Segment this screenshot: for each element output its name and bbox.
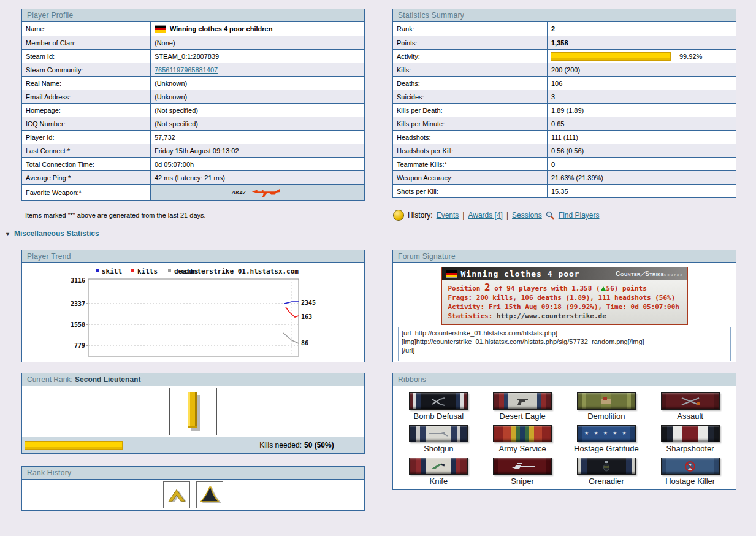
pistol-icon: [516, 397, 529, 405]
chart-title: counterstrike_01.hlstatsx.com: [181, 267, 299, 275]
row-value: 3: [548, 90, 736, 103]
row-label: Steam Id:: [22, 50, 151, 63]
ribbon-label: Bomb Defusal: [414, 412, 464, 421]
legend-skill: skill: [102, 267, 122, 275]
ribbon-label: Sniper: [511, 477, 534, 486]
bbcode-textarea[interactable]: [url=http://counterstrike_01.hlstatsx.co…: [398, 327, 731, 361]
row-label: Suicides:: [393, 90, 548, 103]
ytick-0: 3116: [71, 277, 85, 284]
row-label: Weapon Accuracy:: [393, 171, 548, 184]
signature-body: Position 2 of 94 players with 1,358 (56)…: [442, 280, 687, 324]
find-players-link[interactable]: Find Players: [559, 211, 600, 220]
row-value: (Unknown): [151, 77, 364, 90]
row-label: Member of Clan:: [22, 36, 151, 49]
row-label: Kills per Death:: [393, 104, 548, 117]
ribbon-cell: Sharpshooter: [648, 425, 732, 453]
stat-row: Teammate Kills:*0: [393, 157, 736, 170]
row-label: Total Connection Time:: [22, 158, 151, 170]
rank-progress-bar: [25, 441, 123, 450]
history-label: History:: [408, 211, 433, 220]
ribbon-label: Hostage Killer: [665, 477, 715, 486]
history-bar: History: Events | Awards [4] | Sessions …: [393, 210, 600, 221]
profile-row: Favorite Weapon:*AK47: [22, 184, 364, 200]
row-label: Last Connect:*: [22, 144, 151, 157]
rank-history-title: Rank History: [22, 467, 364, 480]
favorite-weapon-name: AK47: [231, 190, 245, 196]
row-value: 2: [548, 22, 736, 36]
row-value: 106: [548, 77, 736, 90]
ribbon-cell: Army Service: [481, 425, 565, 453]
ribbon-demolition-image: [577, 392, 636, 410]
knife-icon: [430, 462, 446, 470]
current-rank-label: Current Rank:: [27, 375, 75, 384]
ytick-1: 2337: [71, 301, 85, 307]
row-value: (Not specified): [151, 104, 364, 117]
cs-source-logo: Counter⟋Strikesource: [616, 270, 683, 278]
row-value: 0.56 (0.56): [548, 144, 736, 157]
stat-row: Activity:99.92%: [393, 49, 736, 63]
legend-kills: kills: [137, 267, 158, 275]
ribbon-label: Knife: [430, 477, 448, 486]
row-value: (None): [151, 36, 364, 49]
row-value: STEAM_0:1:2807839: [151, 50, 364, 63]
row-value: 0: [548, 158, 736, 170]
row-label: Player Id:: [22, 131, 151, 144]
history-link-sessions[interactable]: Sessions: [512, 211, 542, 220]
player-profile-title: Player Profile: [22, 9, 364, 22]
history-link-awards[interactable]: Awards [4]: [468, 211, 502, 220]
ribbon-cell: Shotgun: [397, 425, 481, 453]
signature-url: http://www.counterstrike.de: [492, 312, 606, 320]
ribbon-bomb-defusal-image: [409, 392, 468, 410]
misc-statistics-row: ▼Miscellaneous Statistics: [5, 229, 99, 238]
misc-statistics-link[interactable]: Miscellaneous Statistics: [14, 229, 99, 238]
kills-end-label: 163: [301, 313, 312, 320]
germany-flag-icon: [446, 270, 457, 278]
statistics-summary-panel: Statistics Summary Rank:2Points:1,358Act…: [392, 9, 736, 198]
ribbon-shotgun-image: [409, 425, 468, 442]
rank-icon-private: [163, 481, 190, 508]
row-value: 99.92%: [548, 50, 736, 63]
player-profile-panel: Player Profile Name:Winning clothes 4 po…: [21, 9, 365, 201]
find-players-icon[interactable]: [546, 211, 555, 220]
row-label: Average Ping:*: [22, 171, 151, 184]
profile-row: Email Address:(Unknown): [22, 90, 364, 103]
ribbon-sniper-image: [493, 458, 552, 475]
ribbon-army-service-image: [493, 425, 552, 442]
profile-row: Player Id:57,732: [22, 130, 364, 144]
row-value: (Unknown): [151, 90, 364, 103]
stat-row: Shots per Kill:15.35: [393, 184, 736, 197]
profile-row: Average Ping:*42 ms (Latency: 21 ms): [22, 170, 364, 184]
pliers-icon: [429, 396, 448, 406]
shotgun-icon: [427, 430, 449, 437]
signature-line-position: Position 2 of 94 players with 1,358 (56)…: [448, 283, 681, 293]
ribbon-cell: Knife: [397, 458, 481, 486]
row-value: (Not specified): [151, 117, 364, 130]
ribbon-hostage-killer-image: [661, 458, 720, 475]
stat-row: Headshots:111 (111): [393, 130, 736, 144]
row-label: Rank:: [393, 22, 548, 36]
signature-card: Winning clothes 4 poor Counter⟋Strikesou…: [441, 267, 688, 325]
no-hostage-icon: [684, 461, 696, 472]
signature-line-activity: Activity: Fri 15th Aug 09:18 (99.92%), T…: [448, 302, 681, 312]
steam-community-link[interactable]: 76561197965881407: [155, 66, 218, 74]
activity-bar: [551, 52, 671, 61]
ak47-rifle-icon: [250, 187, 284, 198]
germany-flag-icon: [155, 25, 166, 33]
curved-chevron-insignia-icon: [198, 483, 221, 507]
gold-bar-insignia-icon: [180, 390, 207, 433]
row-label: Shots per Kill:: [393, 185, 548, 197]
row-value: 42 ms (Latency: 21 ms): [151, 171, 364, 184]
rank-icon-private-first-class: [196, 481, 223, 508]
row-label: Teammate Kills:*: [393, 158, 548, 170]
history-link-events[interactable]: Events: [437, 211, 459, 220]
row-label: Points:: [393, 36, 548, 49]
profile-row: Total Connection Time:0d 05:07:00h: [22, 157, 364, 170]
row-label: Kills per Minute:: [393, 117, 548, 130]
chevron-down-icon: ▼: [5, 231, 10, 237]
statistics-summary-title: Statistics Summary: [393, 9, 736, 22]
ribbon-hostage-gratitude-image: ★ ★ ★ ★ ★: [577, 425, 636, 442]
forum-signature-panel: Forum Signature Winning clothes 4 poor C…: [392, 250, 736, 362]
kills-needed: Kills needed: 50 (50%): [229, 437, 364, 453]
ribbon-label: Grenadier: [589, 477, 624, 486]
profile-row: Member of Clan:(None): [22, 36, 364, 49]
